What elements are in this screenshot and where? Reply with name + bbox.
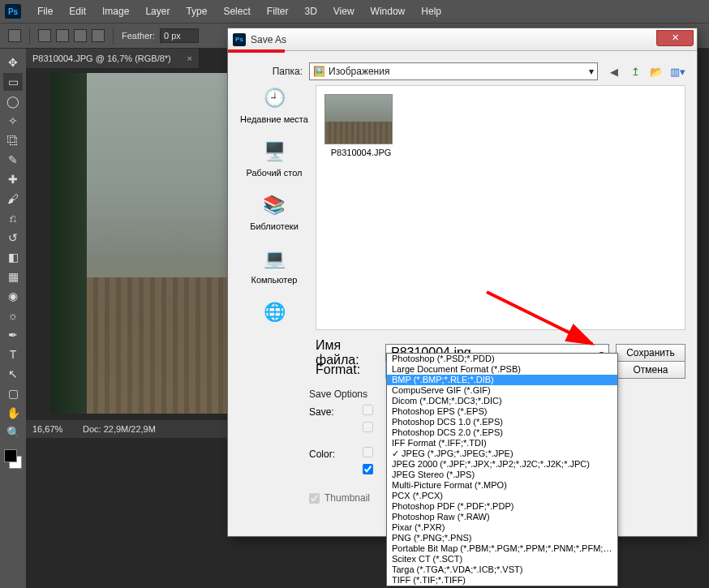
- network-icon: 🌐: [260, 299, 289, 325]
- format-option[interactable]: Portable Bit Map (*.PBM;*.PGM;*.PPM;*.PN…: [387, 543, 617, 554]
- nav-back-icon[interactable]: ◀: [606, 63, 622, 79]
- heal-tool-icon[interactable]: ✚: [3, 170, 23, 188]
- format-option[interactable]: BMP (*.BMP;*.RLE;*.DIB): [387, 375, 617, 385]
- new-folder-icon[interactable]: 📂: [648, 63, 664, 79]
- status-bar: 16,67% Doc: 22,9M/22,9M: [26, 420, 261, 438]
- menu-filter[interactable]: Filter: [259, 2, 297, 20]
- format-option[interactable]: Photoshop DCS 2.0 (*.EPS): [387, 427, 617, 438]
- type-tool-icon[interactable]: T: [3, 346, 23, 363]
- format-option[interactable]: CompuServe GIF (*.GIF): [387, 385, 617, 396]
- marquee-sub-icon[interactable]: [74, 29, 87, 42]
- menu-3d[interactable]: 3D: [296, 2, 324, 20]
- crop-tool-icon[interactable]: ⿻: [3, 131, 23, 149]
- format-option[interactable]: Dicom (*.DCM;*.DC3;*.DIC): [387, 396, 617, 406]
- sidebar-network[interactable]: 🌐: [260, 299, 289, 328]
- format-option[interactable]: Photoshop Raw (*.RAW): [387, 512, 617, 522]
- menu-view[interactable]: View: [325, 2, 363, 20]
- gradient-tool-icon[interactable]: ▦: [3, 268, 23, 285]
- format-option[interactable]: JPEG Stereo (*.JPS): [387, 470, 617, 480]
- canvas[interactable]: [50, 73, 241, 414]
- eraser-tool-icon[interactable]: ◧: [3, 248, 23, 266]
- format-option[interactable]: JPEG 2000 (*.JPF;*.JPX;*.JP2;*.J2C;*.J2K…: [387, 459, 617, 470]
- sidebar-libraries[interactable]: 📚Библиотеки: [250, 192, 299, 231]
- color-swatches[interactable]: [2, 448, 24, 470]
- move-tool-icon[interactable]: ✥: [3, 54, 23, 71]
- menu-window[interactable]: Window: [363, 2, 414, 20]
- menu-type[interactable]: Type: [178, 2, 215, 20]
- format-option[interactable]: PNG (*.PNG;*.PNS): [387, 533, 617, 543]
- desktop-icon: 🖥️: [260, 139, 289, 165]
- save-cb-1[interactable]: [363, 405, 373, 415]
- close-icon[interactable]: ×: [187, 54, 192, 63]
- canvas-image: [50, 73, 241, 414]
- dodge-tool-icon[interactable]: ☼: [3, 307, 23, 324]
- sidebar-desktop[interactable]: 🖥️Рабочий стол: [246, 139, 302, 178]
- stamp-tool-icon[interactable]: ⎌: [3, 209, 23, 227]
- file-thumb-name: P8310004.JPG: [331, 148, 392, 157]
- format-dropdown-list[interactable]: Photoshop (*.PSD;*.PDD)Large Document Fo…: [386, 353, 618, 586]
- photoshop-mini-icon: Ps: [233, 33, 246, 46]
- format-option[interactable]: ✓ JPEG (*.JPG;*.JPEG;*.JPE): [387, 449, 617, 459]
- pen-tool-icon[interactable]: ✒: [3, 326, 23, 344]
- menu-edit[interactable]: Edit: [61, 2, 94, 20]
- document-tab[interactable]: P8310004.JPG @ 16,7% (RGB/8*) ×: [26, 49, 200, 68]
- color-cb-2[interactable]: [363, 464, 373, 474]
- chevron-down-icon[interactable]: ▾: [589, 66, 594, 77]
- tools-palette: ✥ ▭ ◯ ✧ ⿻ ✎ ✚ 🖌 ⎌ ↺ ◧ ▦ ◉ ☼ ✒ T ↖ ▢ ✋ 🔍: [0, 49, 26, 470]
- format-option[interactable]: IFF Format (*.IFF;*.TDI): [387, 438, 617, 449]
- save-button[interactable]: Сохранить: [616, 344, 685, 362]
- marquee-rect-icon[interactable]: [38, 29, 51, 42]
- sidebar-item-label: Рабочий стол: [246, 168, 302, 178]
- file-list-pane[interactable]: P8310004.JPG: [316, 85, 685, 330]
- lasso-tool-icon[interactable]: ◯: [3, 92, 23, 110]
- menu-image[interactable]: Image: [94, 2, 137, 20]
- dialog-titlebar[interactable]: Ps Save As ✕: [228, 28, 697, 51]
- marquee-tool-icon[interactable]: ▭: [3, 73, 23, 91]
- blur-tool-icon[interactable]: ◉: [3, 287, 23, 305]
- sidebar-item-label: Компьютер: [251, 275, 298, 285]
- sidebar-computer[interactable]: 💻Компьютер: [251, 246, 298, 285]
- path-select-tool-icon[interactable]: ↖: [3, 365, 23, 383]
- marquee-add-icon[interactable]: [56, 29, 69, 42]
- format-option[interactable]: Photoshop PDF (*.PDF;*.PDP): [387, 501, 617, 512]
- hand-tool-icon[interactable]: ✋: [3, 404, 23, 422]
- format-option[interactable]: Photoshop DCS 1.0 (*.EPS): [387, 417, 617, 427]
- menu-layer[interactable]: Layer: [137, 2, 178, 20]
- format-option[interactable]: TIFF (*.TIF;*.TIFF): [387, 575, 617, 586]
- format-option[interactable]: Multi-Picture Format (*.MPO): [387, 480, 617, 491]
- file-thumb[interactable]: P8310004.JPG: [324, 94, 397, 157]
- history-brush-tool-icon[interactable]: ↺: [3, 229, 23, 247]
- format-option[interactable]: Targa (*.TGA;*.VDA;*.ICB;*.VST): [387, 564, 617, 575]
- shape-tool-icon[interactable]: ▢: [3, 384, 23, 402]
- brush-tool-icon[interactable]: 🖌: [3, 190, 23, 208]
- menu-file[interactable]: File: [29, 2, 61, 20]
- places-sidebar: 🕘Недавние места 🖥️Рабочий стол 📚Библиоте…: [239, 85, 309, 328]
- view-menu-icon[interactable]: ▥▾: [669, 63, 685, 79]
- sidebar-recent[interactable]: 🕘Недавние места: [240, 85, 308, 124]
- save-cb-2[interactable]: [363, 422, 373, 432]
- thumbnail-cb-label: Thumbnail: [324, 492, 370, 504]
- feather-input[interactable]: [160, 28, 199, 43]
- format-option[interactable]: Photoshop EPS (*.EPS): [387, 406, 617, 417]
- folder-combo[interactable]: 🖼️ Изображения ▾: [309, 62, 598, 80]
- cancel-button[interactable]: Отмена: [616, 361, 685, 379]
- color-cb-1[interactable]: [363, 447, 373, 457]
- format-option[interactable]: Photoshop (*.PSD;*.PDD): [387, 354, 617, 364]
- pictures-folder-icon: 🖼️: [313, 66, 325, 77]
- thumbnail-checkbox[interactable]: Thumbnail: [309, 492, 370, 504]
- foreground-color-swatch[interactable]: [4, 449, 17, 462]
- marquee-int-icon[interactable]: [92, 29, 105, 42]
- zoom-percent[interactable]: 16,67%: [32, 424, 75, 434]
- format-option[interactable]: Pixar (*.PXR): [387, 522, 617, 533]
- eyedropper-tool-icon[interactable]: ✎: [3, 151, 23, 169]
- menu-select[interactable]: Select: [215, 2, 258, 20]
- wand-tool-icon[interactable]: ✧: [3, 112, 23, 130]
- format-option[interactable]: PCX (*.PCX): [387, 491, 617, 501]
- format-option[interactable]: Scitex CT (*.SCT): [387, 554, 617, 564]
- tool-preset-icon[interactable]: [8, 29, 21, 42]
- nav-up-icon[interactable]: ↥: [627, 63, 643, 79]
- format-option[interactable]: Large Document Format (*.PSB): [387, 364, 617, 375]
- close-button[interactable]: ✕: [656, 30, 694, 46]
- zoom-tool-icon[interactable]: 🔍: [3, 423, 23, 441]
- menu-help[interactable]: Help: [413, 2, 449, 20]
